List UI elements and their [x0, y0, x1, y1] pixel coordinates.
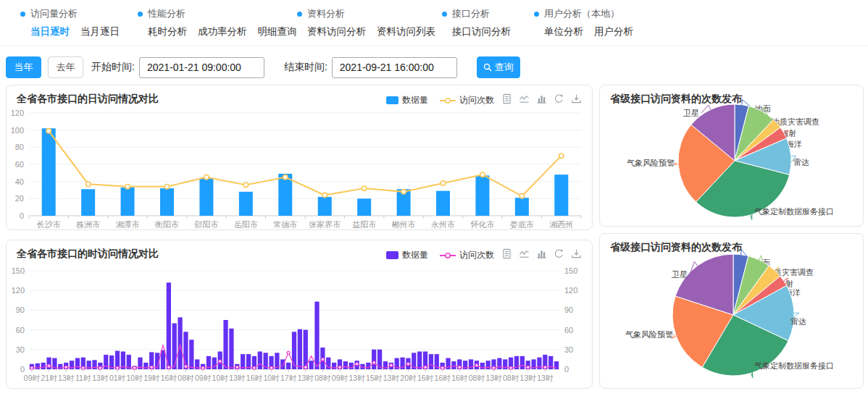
svg-text:90: 90 — [564, 306, 573, 314]
svg-text:30: 30 — [16, 345, 25, 354]
svg-text:09时: 09时 — [332, 374, 349, 382]
province-interface-pie-canvas-1[interactable]: 地面地质灾害调查辐射海洋雷达气象定制数据服务接口气象风险预警卫星 — [601, 85, 864, 226]
svg-text:雷达: 雷达 — [790, 317, 806, 326]
hourly-visits-chart-canvas[interactable]: 0030306060909012012015015009时21时13时11时13… — [7, 259, 591, 388]
start-time-input[interactable] — [139, 57, 264, 78]
svg-text:0: 0 — [20, 211, 24, 220]
svg-text:08时: 08时 — [503, 374, 519, 382]
legend-item-data-volume[interactable]: 数据量 — [386, 94, 428, 106]
switch-bar-icon[interactable] — [536, 248, 547, 259]
svg-text:11时: 11时 — [75, 374, 91, 382]
save-image-icon[interactable] — [571, 93, 582, 104]
svg-text:岳阳市: 岳阳市 — [234, 220, 258, 229]
nav-group-title-text: 接口分析 — [452, 7, 490, 20]
svg-text:娄底市: 娄底市 — [510, 220, 534, 229]
nav-group-title: 接口分析 — [442, 7, 534, 20]
svg-text:15时: 15时 — [366, 374, 383, 382]
data-view-icon[interactable] — [501, 93, 512, 104]
svg-text:10时: 10时 — [127, 374, 143, 382]
svg-text:16时: 16时 — [451, 374, 468, 382]
svg-text:20时: 20时 — [400, 374, 417, 382]
svg-text:16时: 16时 — [417, 374, 434, 382]
nav-link-success-rate[interactable]: 成功率分析 — [198, 25, 247, 38]
svg-text:郴州市: 郴州市 — [392, 220, 416, 229]
daily-visits-chart-canvas[interactable]: 020406080100120长沙市株洲市湘潭市衡阳市邵阳市岳阳市常德市张家界市… — [7, 107, 591, 230]
nav-link-time-cost[interactable]: 耗时分析 — [148, 25, 187, 38]
filter-bar: 当年 去年 开始时间: 结束时间: 查询 — [6, 56, 520, 78]
svg-text:湘西州: 湘西州 — [549, 220, 573, 229]
nav-link-unit-analysis[interactable]: 单位分析 — [544, 25, 583, 38]
svg-text:卫星: 卫星 — [683, 109, 699, 117]
province-interface-pie-card-2: 省级接口访问资料的次数发布 地面地质灾害调查辐射海洋雷达气象定制数据服务接口气象… — [599, 233, 864, 389]
chart-title: 全省各市接口的日访问情况对比 — [17, 93, 159, 106]
svg-text:09时: 09时 — [195, 374, 212, 382]
svg-text:150: 150 — [12, 266, 25, 275]
nav-group-title-text: 资料分析 — [307, 7, 345, 20]
nav-link-data-access-list[interactable]: 资料访问列表 — [377, 25, 435, 38]
nav-group-title-text: 性能分析 — [148, 7, 185, 20]
restore-icon[interactable] — [554, 93, 564, 104]
svg-text:株洲市: 株洲市 — [75, 220, 100, 229]
svg-text:80: 80 — [15, 143, 24, 151]
svg-text:150: 150 — [564, 266, 577, 275]
start-time-label: 开始时间: — [91, 61, 135, 74]
svg-text:衡阳市: 衡阳市 — [154, 220, 179, 229]
nav-group-title: 用户分析（本地） — [534, 7, 664, 20]
data-view-icon[interactable] — [501, 248, 512, 259]
svg-text:90: 90 — [16, 306, 25, 314]
nav-link-interface-access[interactable]: 接口访问分析 — [452, 25, 511, 38]
svg-text:13时: 13时 — [485, 374, 502, 382]
last-year-button[interactable]: 去年 — [48, 56, 83, 78]
svg-text:长沙市: 长沙市 — [36, 220, 61, 229]
svg-text:13时: 13时 — [92, 374, 109, 382]
nav-group-user-analysis: 用户分析（本地） 单位分析 用户分析 — [534, 7, 664, 46]
nav-link-hourly-today[interactable]: 当日逐时 — [30, 25, 70, 38]
svg-text:13时: 13时 — [229, 374, 246, 382]
province-interface-pie-canvas-2[interactable]: 地面地质灾害调查辐射海洋雷达气象定制数据服务接口气象风险预警卫星 — [601, 234, 864, 388]
svg-text:100: 100 — [11, 126, 24, 135]
svg-text:40: 40 — [15, 177, 24, 186]
svg-text:13时: 13时 — [537, 374, 554, 382]
svg-text:益阳市: 益阳市 — [352, 220, 376, 229]
switch-line-icon[interactable] — [519, 93, 530, 104]
search-icon — [483, 63, 492, 72]
dot-icon — [297, 12, 302, 17]
legend-item-visit-count[interactable]: 访问次数 — [440, 94, 494, 106]
svg-text:60: 60 — [564, 326, 573, 334]
nav-link-user-analysis[interactable]: 用户分析 — [594, 25, 633, 38]
nav-group-interface: 接口分析 接口访问分析 — [442, 7, 534, 46]
top-navigation: 访问量分析 当日逐时 当月逐日 性能分析 耗时分析 成功率分析 明细查询 资料分… — [0, 0, 868, 46]
svg-text:怀化市: 怀化市 — [470, 220, 494, 229]
nav-group-title: 访问量分析 — [20, 7, 138, 20]
chart-legend: 数据量 访问次数 — [386, 94, 494, 106]
nav-link-daily-month[interactable]: 当月逐日 — [80, 25, 120, 38]
svg-text:60: 60 — [15, 160, 24, 169]
end-time-input[interactable] — [332, 57, 457, 78]
svg-text:0: 0 — [564, 365, 569, 374]
svg-text:17时: 17时 — [280, 374, 297, 382]
svg-text:16时: 16时 — [246, 374, 263, 382]
switch-bar-icon[interactable] — [536, 93, 547, 104]
search-button[interactable]: 查询 — [477, 56, 520, 78]
nav-link-data-access-analysis[interactable]: 资料访问分析 — [307, 25, 366, 38]
legend-label: 数据量 — [402, 94, 428, 106]
svg-text:永州市: 永州市 — [431, 220, 455, 229]
nav-group-data-analysis: 资料分析 资料访问分析 资料访问列表 — [297, 7, 442, 46]
svg-text:10时: 10时 — [212, 374, 229, 382]
svg-text:01时: 01时 — [109, 374, 126, 382]
svg-text:10时: 10时 — [263, 374, 280, 382]
svg-text:13时: 13时 — [298, 374, 314, 382]
switch-line-icon[interactable] — [519, 248, 530, 259]
nav-link-detail-query[interactable]: 明细查询 — [258, 25, 297, 38]
this-year-button[interactable]: 当年 — [6, 56, 41, 78]
svg-text:30: 30 — [564, 345, 573, 354]
restore-icon[interactable] — [554, 248, 564, 259]
nav-group-title: 性能分析 — [138, 7, 297, 20]
dot-icon — [442, 12, 447, 17]
save-image-icon[interactable] — [571, 248, 582, 259]
legend-swatch-line — [440, 96, 456, 106]
search-button-label: 查询 — [495, 61, 514, 74]
nav-group-title: 资料分析 — [297, 7, 442, 20]
dot-icon — [138, 12, 143, 17]
legend-label: 访问次数 — [459, 94, 494, 106]
